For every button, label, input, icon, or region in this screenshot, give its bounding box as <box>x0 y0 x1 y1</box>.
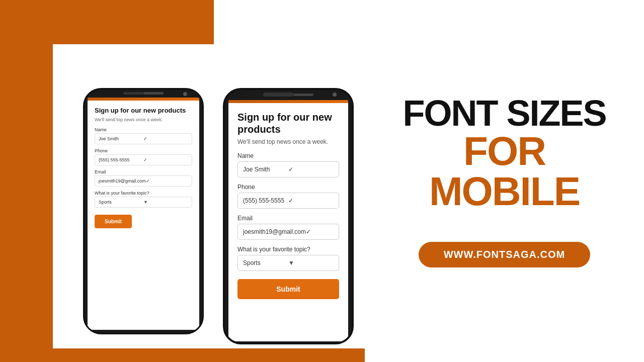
phone-speaker-large <box>293 94 313 96</box>
input-name-large[interactable]: Joe Smith ✓ <box>237 161 339 177</box>
form-small-subheading: We'll send top news once a week. <box>95 117 192 122</box>
field-phone-large: Phone (555) 555-5555 ✓ <box>237 184 339 209</box>
form-large-heading: Sign up for our new products <box>237 111 339 135</box>
form-small-heading: Sign up for our new products <box>95 107 192 115</box>
website-badge[interactable]: WWW.FONTSAGA.COM <box>419 242 591 267</box>
field-topic-large: What is your favorite topic? Sports ▼ <box>237 246 339 271</box>
form-small: Sign up for our new products We'll send … <box>88 101 199 234</box>
field-email-small: Email joesmith19@gmail.com ✓ <box>95 169 192 187</box>
value-phone-large: (555) 555-5555 <box>243 197 288 204</box>
font-sizes-line3: MOBILE <box>429 171 580 212</box>
input-phone-small[interactable]: (555) 555-5555 ✓ <box>95 154 192 165</box>
chevron-down-icon-large: ▼ <box>288 259 334 266</box>
phone-notch-small <box>85 89 202 97</box>
label-topic-small: What is your favorite topic? <box>95 191 192 196</box>
chevron-down-icon-small: ▼ <box>143 200 188 205</box>
font-sizes-line2: FOR <box>463 131 545 171</box>
phone-mockup-large: Sign up for our new products We'll send … <box>223 88 354 344</box>
phone-mockup-small: Sign up for our new products We'll send … <box>83 88 204 334</box>
phone-speaker-small <box>143 92 164 95</box>
form-large: Sign up for our new products We'll send … <box>228 103 348 307</box>
check-phone-small: ✓ <box>143 157 188 162</box>
field-email-large: Email joesmith19@gmail.com ✓ <box>237 215 339 240</box>
label-topic-large: What is your favorite topic? <box>237 246 339 253</box>
field-name-large: Name Joe Smith ✓ <box>237 152 339 177</box>
input-name-small[interactable]: Joe Smith ✓ <box>95 133 192 144</box>
check-email-small: ✓ <box>146 178 188 184</box>
submit-button-large[interactable]: Submit <box>237 279 339 299</box>
label-phone-small: Phone <box>95 148 192 153</box>
input-phone-large[interactable]: (555) 555-5555 ✓ <box>237 193 339 209</box>
value-phone-small: (555) 555-5555 <box>99 157 143 162</box>
right-panel: FONT SIZES FOR MOBILE WWW.FONTSAGA.COM <box>365 0 644 362</box>
select-topic-small[interactable]: Sports ▼ <box>95 197 192 208</box>
check-email-large: ✓ <box>306 228 334 235</box>
value-email-small: joesmith19@gmail.com <box>99 178 146 184</box>
value-email-large: joesmith19@gmail.com <box>243 228 306 235</box>
phone-screen-large: Sign up for our new products We'll send … <box>228 100 348 341</box>
phone-camera-small <box>183 92 187 96</box>
label-name-small: Name <box>95 127 192 132</box>
check-name-large: ✓ <box>288 166 334 173</box>
font-sizes-line1: FONT SIZES <box>403 95 606 131</box>
select-topic-large[interactable]: Sports ▼ <box>237 255 339 271</box>
field-topic-small: What is your favorite topic? Sports ▼ <box>95 191 192 208</box>
phone-screen-small: Sign up for our new products We'll send … <box>88 98 199 330</box>
check-name-small: ✓ <box>143 136 188 141</box>
field-name-small: Name Joe Smith ✓ <box>95 127 192 144</box>
phone-notch-large <box>225 90 352 99</box>
label-name-large: Name <box>237 152 339 159</box>
submit-button-small[interactable]: Submit <box>95 215 132 228</box>
field-phone-small: Phone (555) 555-5555 ✓ <box>95 148 192 165</box>
value-name-large: Joe Smith <box>243 166 288 173</box>
label-email-small: Email <box>95 169 192 174</box>
value-name-small: Joe Smith <box>99 136 143 141</box>
label-email-large: Email <box>237 215 339 222</box>
website-url: WWW.FONTSAGA.COM <box>444 249 566 260</box>
form-large-subheading: We'll send top news once a week. <box>237 138 339 145</box>
value-topic-large: Sports <box>243 259 288 266</box>
phone-camera-large <box>333 93 337 97</box>
input-email-small[interactable]: joesmith19@gmail.com ✓ <box>95 175 192 187</box>
input-email-large[interactable]: joesmith19@gmail.com ✓ <box>237 224 339 240</box>
check-phone-large: ✓ <box>288 197 334 204</box>
label-phone-large: Phone <box>237 184 339 191</box>
value-topic-small: Sports <box>99 200 143 205</box>
